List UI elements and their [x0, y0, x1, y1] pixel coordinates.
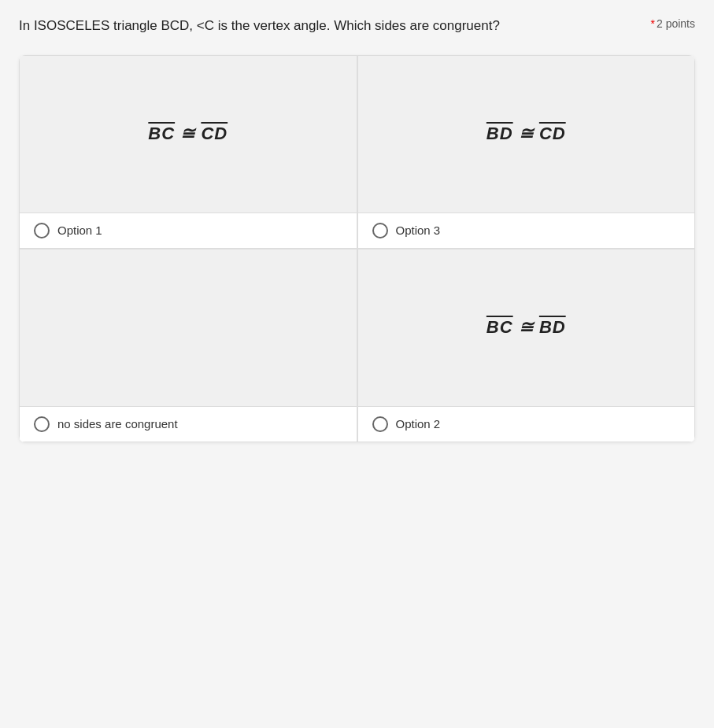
options-grid: BC ≅ CD Option 1 BD ≅ CD Option 3: [19, 55, 695, 442]
option3-rhs: CD: [539, 124, 566, 143]
option-image-box-3: BD ≅ CD: [358, 56, 695, 213]
option2-lhs: BC: [486, 317, 513, 337]
required-star: *: [651, 17, 655, 30]
option-cell-no-sides: no sides are congruent: [19, 249, 357, 442]
option3-label: Option 3: [396, 224, 441, 237]
option1-congruent: ≅: [180, 124, 201, 143]
option-no-sides-radio-row[interactable]: no sides are congruent: [20, 407, 357, 442]
option2-radio[interactable]: [372, 416, 388, 432]
option1-radio[interactable]: [34, 223, 50, 238]
option1-formula: BC ≅ CD: [148, 124, 228, 144]
option-image-box-no-sides: [20, 249, 357, 407]
option-cell-2: BC ≅ BD Option 2: [357, 249, 696, 442]
option1-lhs: BC: [148, 124, 175, 143]
option-image-box-2: BC ≅ BD: [358, 249, 695, 407]
option2-label: Option 2: [396, 417, 441, 431]
option1-radio-row[interactable]: Option 1: [20, 213, 357, 248]
option2-radio-row[interactable]: Option 2: [358, 407, 695, 442]
option3-radio[interactable]: [372, 223, 388, 238]
option2-rhs: BD: [539, 317, 566, 337]
question-header: In ISOSCELES triangle BCD, <C is the ver…: [19, 16, 695, 36]
option-no-sides-label: no sides are congruent: [57, 417, 178, 431]
points-badge: *2 points: [651, 17, 696, 30]
option2-congruent: ≅: [519, 317, 539, 337]
option-no-sides-radio[interactable]: [34, 416, 50, 432]
option3-formula: BD ≅ CD: [486, 124, 566, 144]
option1-rhs: CD: [201, 124, 228, 143]
option2-formula: BC ≅ BD: [486, 317, 566, 338]
option3-congruent: ≅: [519, 124, 539, 143]
option-cell-3: BD ≅ CD Option 3: [357, 55, 696, 249]
option3-lhs: BD: [486, 124, 513, 143]
option3-radio-row[interactable]: Option 3: [358, 213, 695, 248]
option-image-box-1: BC ≅ CD: [20, 56, 357, 213]
option-cell-1: BC ≅ CD Option 1: [19, 55, 357, 249]
option1-label: Option 1: [57, 224, 102, 237]
question-text: In ISOSCELES triangle BCD, <C is the ver…: [19, 16, 500, 36]
